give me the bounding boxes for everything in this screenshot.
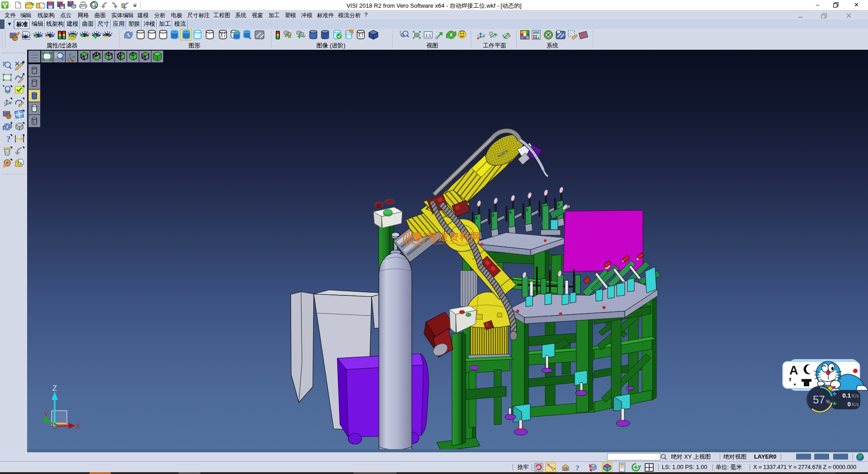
svg-text:智造资料网: 智造资料网 bbox=[427, 231, 481, 242]
svg-text:系统: 系统 bbox=[547, 42, 558, 49]
svg-text:图形: 图形 bbox=[189, 42, 200, 49]
svg-text:Y: Y bbox=[44, 410, 49, 417]
svg-text:0.1: 0.1 bbox=[842, 392, 851, 399]
svg-text:K/s: K/s bbox=[852, 402, 859, 407]
svg-text:K/s: K/s bbox=[852, 393, 859, 398]
svg-text:’: ’ bbox=[788, 375, 792, 389]
svg-text:INTELLIGENT MANUFACTURING DATA: INTELLIGENT MANUFACTURING DATA bbox=[428, 242, 474, 245]
svg-text:图像 (进阶): 图像 (进阶) bbox=[316, 42, 345, 49]
svg-text:0: 0 bbox=[847, 401, 851, 408]
svg-text:Z: Z bbox=[52, 384, 57, 392]
svg-text:57: 57 bbox=[813, 393, 825, 406]
svg-text:工作平面: 工作平面 bbox=[483, 42, 506, 49]
svg-text:属性/过滤器: 属性/过滤器 bbox=[47, 42, 78, 49]
svg-text:%: % bbox=[826, 399, 830, 404]
svg-text:视图: 视图 bbox=[426, 42, 438, 49]
svg-text:?: ? bbox=[576, 464, 580, 472]
svg-text:V: V bbox=[3, 2, 7, 9]
svg-text:1:1: 1:1 bbox=[425, 33, 431, 38]
svg-text:X: X bbox=[76, 422, 81, 430]
svg-text:?: ? bbox=[6, 134, 11, 144]
